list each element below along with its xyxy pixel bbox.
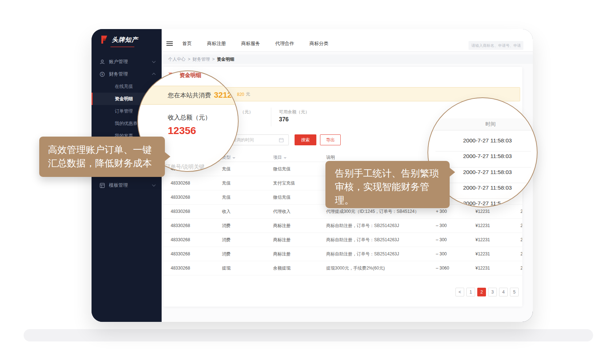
logo-text: 头牌知产 (112, 36, 138, 44)
magnified-time: 2000-7-27 11:58:03 (463, 153, 538, 159)
magnified-time-header: 时间 (428, 118, 538, 130)
row-divider (435, 151, 531, 151)
stat-expense-label: （元） (240, 109, 253, 115)
sidebar-item-label: 财务管理 (109, 71, 128, 77)
breadcrumb-separator: > (188, 57, 190, 62)
magnified-stat-value: 12356 (168, 125, 196, 137)
stat-divider (271, 108, 271, 126)
nav-agent-cooperation[interactable]: 代理合作 (275, 40, 294, 47)
page-button[interactable]: 5 (510, 288, 519, 296)
breadcrumb-item[interactable]: 财务管理 (192, 56, 210, 62)
sidebar-item-label: 在线充值 (115, 84, 133, 90)
col-desc-header: 说明 (326, 154, 436, 161)
sidebar-item-label: 订单管理 (115, 108, 133, 114)
page-button[interactable]: 4 (499, 288, 508, 296)
pagination: < 1 2 3 4 5 (163, 288, 519, 296)
page-button[interactable]: 3 (488, 288, 497, 296)
table-row[interactable]: 48330268提现余额提现提现3000元，手续费2%(60元)– 3060¥1… (163, 261, 522, 275)
table-row[interactable]: 48330268消费商标注册商标自助注册，订单号：SB2514263J– 300… (163, 219, 522, 233)
callout-arrow-icon (449, 167, 455, 177)
table-row[interactable]: 48330268消费商标注册商标自助注册，订单号：SB2514263J– 300… (163, 233, 522, 247)
table-row[interactable]: 48330268消费商标注册商标自助注册，订单号：SB2514263J– 300… (163, 247, 522, 261)
magnified-time: 2000-7-27 11:58:03 (463, 137, 538, 144)
search-input[interactable] (469, 41, 523, 50)
nav-links: 首页 商标注册 商标服务 代理合作 商标分类 (182, 40, 344, 47)
logo-icon (100, 35, 109, 44)
stat-balance-label: 可用余额（元） (279, 109, 309, 115)
callout-finance-efficiency: 高效管理账户订单、一键汇总数据，降低财务成本 (39, 137, 165, 177)
export-button[interactable]: 导出 (320, 134, 341, 145)
logo: 头牌知产 (100, 35, 138, 44)
finance-icon: ¥ (100, 72, 105, 77)
sidebar-item-label: 账户管理 (109, 58, 128, 65)
callout-smart-finance: 告别手工统计、告别繁琐审核，实现智能财务管理。 (325, 161, 450, 208)
callout-text: 告别手工统计、告别繁琐审核，实现智能财务管理。 (335, 168, 439, 206)
magnified-time: 2000-7-27 11:58:03 (463, 169, 538, 175)
calendar-icon (279, 137, 284, 144)
nav-trademark-category[interactable]: 商标分类 (309, 40, 328, 47)
sort-caret-icon (284, 157, 287, 159)
template-icon (100, 183, 105, 188)
chevron-down-icon (152, 60, 156, 63)
callout-arrow-icon (165, 152, 170, 161)
stat-balance-value: 376 (279, 116, 289, 123)
banner-amount-small: 820 (237, 92, 244, 97)
magnified-tab-fragment: 资金明细 (179, 72, 201, 79)
logo-subline (110, 46, 134, 47)
nav-home[interactable]: 首页 (182, 40, 192, 47)
sort-caret-icon (232, 157, 235, 159)
magnified-stat-label: 收入总额（元） (168, 113, 211, 122)
banner-unit: 元 (246, 91, 250, 97)
stage: 头牌知产 账户管理 ¥ 财务管理 (0, 0, 616, 364)
chevron-down-icon (152, 183, 156, 187)
nav-trademark-register[interactable]: 商标注册 (207, 40, 226, 47)
page-button[interactable]: 1 (466, 288, 475, 296)
sidebar-item-account[interactable]: 账户管理 (92, 56, 162, 68)
sidebar-item-label: 资金明细 (115, 96, 133, 102)
top-navbar: 首页 商标注册 商标服务 代理合作 商标分类 (162, 29, 533, 52)
col-project-header[interactable]: 项目 (273, 154, 326, 161)
user-icon (100, 59, 105, 65)
magnified-banner-prefix: 您在本站共消费 (168, 91, 211, 100)
magnified-banner: 您在本站共消费 32124 (137, 86, 239, 105)
svg-text:¥: ¥ (101, 72, 104, 76)
callout-text: 高效管理账户订单、一键汇总数据，降低财务成本 (48, 144, 152, 169)
breadcrumb: 个人中心 > 财务管理 > 资金明细 (162, 54, 533, 64)
breadcrumb-separator: > (212, 57, 215, 62)
laptop-base (24, 329, 593, 341)
page-button-active[interactable]: 2 (477, 288, 486, 296)
search-button[interactable]: 搜索 (295, 134, 316, 145)
sidebar-item-label: 我的优惠券 (115, 121, 138, 127)
breadcrumb-item[interactable]: 个人中心 (168, 56, 186, 62)
sidebar-item-finance[interactable]: ¥ 财务管理 (92, 68, 162, 80)
hamburger-menu-icon[interactable] (166, 40, 173, 47)
page-prev-button[interactable]: < (455, 288, 464, 296)
col-type-header[interactable]: 类型 (222, 154, 273, 161)
nav-trademark-service[interactable]: 商标服务 (241, 40, 260, 47)
chevron-up-icon (152, 73, 156, 77)
sidebar-item-templates[interactable]: 模板管理 (92, 179, 162, 191)
row-divider (435, 183, 531, 183)
breadcrumb-current: 资金明细 (217, 56, 234, 62)
sidebar-item-label: 模板管理 (109, 182, 128, 189)
